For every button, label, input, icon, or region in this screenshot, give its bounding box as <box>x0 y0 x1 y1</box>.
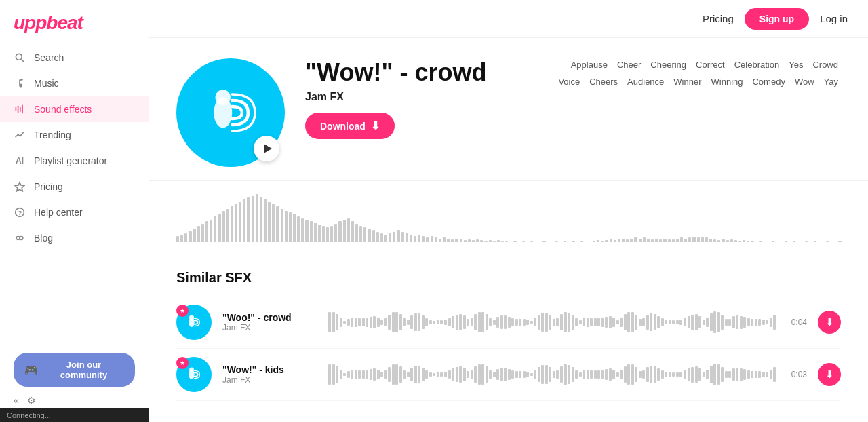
tag-winner[interactable]: Winner <box>671 75 704 88</box>
sidebar-item-playlist-generator[interactable]: AI Playlist generator <box>0 148 149 174</box>
svg-point-16 <box>189 368 194 372</box>
music-icon <box>14 77 26 90</box>
ai-icon: AI <box>14 155 26 167</box>
topbar-pricing-link[interactable]: Pricing <box>703 13 734 24</box>
svg-point-10 <box>20 237 23 240</box>
hero-artist: Jam FX <box>305 91 521 103</box>
tag-crowd[interactable]: Crowd <box>810 58 841 71</box>
hero-section: "Wow!" - crowd Jam FX Download ⬇ Applaus… <box>149 38 868 181</box>
tag-cheer[interactable]: Cheer <box>614 58 644 71</box>
sfx-name-1: "Woo!" - crowd <box>222 312 317 323</box>
sfx-thumb-1: ★ <box>176 305 212 340</box>
star-icon <box>14 180 26 193</box>
svg-point-0 <box>16 54 22 60</box>
hero-thumbnail-icon <box>200 82 261 143</box>
hero-tags-row2: Voice Cheers Audience Winner Winning Com… <box>555 75 841 88</box>
trending-icon <box>14 129 26 141</box>
signup-button[interactable]: Sign up <box>745 8 809 30</box>
sfx-item-1: ★ "Woo!" - crowd Jam FX 0:04 ⬇ <box>176 296 841 349</box>
tag-audience[interactable]: Audience <box>625 75 667 88</box>
sfx-duration-2: 0:03 <box>787 370 807 379</box>
tag-yay[interactable]: Yay <box>821 75 841 88</box>
sfx-icon-1 <box>184 313 203 332</box>
hero-tags-section: Applause Cheer Cheering Correct Celebrat… <box>542 58 841 88</box>
sfx-icon <box>14 103 26 115</box>
sidebar-item-music[interactable]: Music <box>0 71 149 96</box>
sfx-name-2: "Wow!" - kids <box>222 364 317 375</box>
sidebar-item-search-label: Search <box>34 52 64 63</box>
sidebar-item-trending[interactable]: Trending <box>0 122 149 148</box>
connecting-bar: Connecting... <box>0 408 149 422</box>
svg-rect-3 <box>18 105 19 113</box>
svg-rect-2 <box>16 107 17 111</box>
svg-point-12 <box>216 90 231 105</box>
sidebar-item-help-label: Help center <box>34 207 83 218</box>
collapse-icon[interactable]: « <box>14 395 19 406</box>
help-icon: ? <box>14 206 26 218</box>
sidebar-footer-icons: « ⚙ <box>14 392 135 408</box>
sidebar: uppbeat Search Music Sound effects Tre <box>0 0 149 422</box>
download-button[interactable]: Download ⬇ <box>305 113 395 139</box>
sidebar-item-sound-effects[interactable]: Sound effects <box>0 96 149 122</box>
sidebar-item-blog-label: Blog <box>34 233 53 244</box>
sfx-download-btn-2[interactable]: ⬇ <box>818 363 841 386</box>
sfx-info-1: "Woo!" - crowd Jam FX <box>222 312 317 332</box>
sidebar-item-trending-label: Trending <box>34 130 71 140</box>
tag-applause[interactable]: Applause <box>568 58 610 71</box>
login-link[interactable]: Log in <box>820 13 848 24</box>
settings-icon[interactable]: ⚙ <box>27 395 36 406</box>
sfx-waveform-1[interactable] <box>328 309 776 336</box>
svg-line-1 <box>21 59 24 62</box>
svg-rect-4 <box>20 107 21 112</box>
sfx-download-btn-1[interactable]: ⬇ <box>818 311 841 334</box>
tag-correct[interactable]: Correct <box>693 58 728 71</box>
sidebar-bottom: 🎮 Join our community « ⚙ <box>0 346 149 415</box>
tag-winning[interactable]: Winning <box>709 75 746 88</box>
waveform-area[interactable] <box>149 181 868 256</box>
svg-marker-6 <box>15 183 24 191</box>
sidebar-item-help[interactable]: ? Help center <box>0 199 149 225</box>
tag-cheers[interactable]: Cheers <box>587 75 620 88</box>
tag-comedy[interactable]: Comedy <box>749 75 787 88</box>
similar-sfx-section: Similar SFX ★ "Woo!" - crowd Jam FX 0:04… <box>149 256 868 415</box>
hero-tags-row1: Applause Cheer Cheering Correct Celebrat… <box>555 58 841 71</box>
join-community-button[interactable]: 🎮 Join our community <box>14 353 135 387</box>
download-icon: ⬇ <box>371 119 380 132</box>
sidebar-item-blog[interactable]: Blog <box>0 225 149 251</box>
sfx-item-2: ★ "Wow!" - kids Jam FX 0:03 ⬇ <box>176 349 841 401</box>
discord-icon: 🎮 <box>24 364 38 377</box>
tag-voice[interactable]: Voice <box>555 75 583 88</box>
sfx-thumb-2: ★ <box>176 357 212 392</box>
hero-title: "Wow!" - crowd <box>305 58 521 87</box>
sfx-star-2: ★ <box>176 357 189 369</box>
sfx-info-2: "Wow!" - kids Jam FX <box>222 364 317 385</box>
sidebar-item-music-label: Music <box>34 78 59 89</box>
play-button[interactable] <box>254 136 279 161</box>
tag-yes[interactable]: Yes <box>786 58 806 71</box>
main-content: Pricing Sign up Log in "Wow!" - crowd Ja… <box>149 0 868 422</box>
sidebar-item-search[interactable]: Search <box>0 45 149 71</box>
hero-info: "Wow!" - crowd Jam FX Download ⬇ <box>305 58 521 139</box>
sfx-artist-2: Jam FX <box>222 375 317 385</box>
nav-section: Search Music Sound effects Trending AI P… <box>0 45 149 346</box>
sidebar-item-pricing[interactable]: Pricing <box>0 174 149 199</box>
topbar: Pricing Sign up Log in <box>149 0 868 38</box>
tag-wow[interactable]: Wow <box>792 75 817 88</box>
sidebar-item-pricing-label: Pricing <box>34 181 63 192</box>
sfx-icon-2 <box>184 365 203 384</box>
svg-rect-5 <box>22 105 23 114</box>
sfx-waveform-2[interactable] <box>328 361 776 388</box>
search-icon <box>14 52 26 64</box>
sfx-duration-1: 0:04 <box>787 318 807 327</box>
tag-celebration[interactable]: Celebration <box>732 58 783 71</box>
logo-area[interactable]: uppbeat <box>0 0 149 45</box>
tag-cheering[interactable]: Cheering <box>648 58 689 71</box>
blog-icon <box>14 232 26 244</box>
hero-thumbnail <box>176 58 285 167</box>
main-waveform[interactable] <box>176 195 841 242</box>
logo: uppbeat <box>14 12 83 33</box>
similar-sfx-title: Similar SFX <box>176 270 841 286</box>
svg-point-14 <box>189 315 194 320</box>
sidebar-item-sfx-label: Sound effects <box>34 104 92 115</box>
sfx-artist-1: Jam FX <box>222 323 317 332</box>
